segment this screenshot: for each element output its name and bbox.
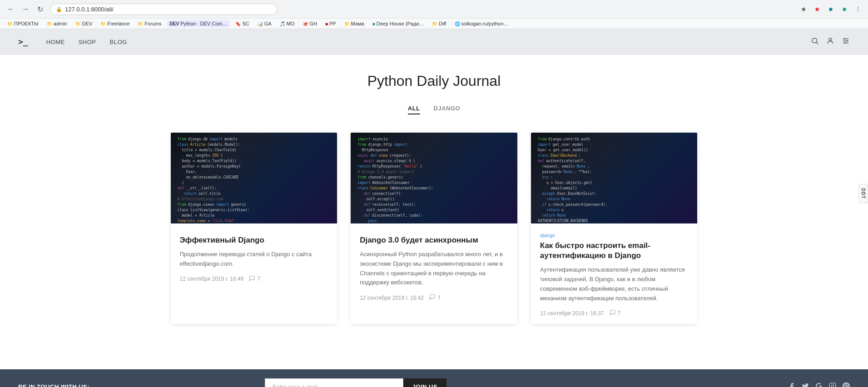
footer-tagline: BE IN TOUCH WITH US: [18, 383, 89, 387]
twitter-link[interactable] [802, 382, 809, 387]
card-1-excerpt: Продолжение перевода статей о Django с с… [180, 250, 328, 269]
bookmark-python-dev[interactable]: DEV Python · DEV Com… [167, 20, 230, 27]
nav-links: HOME SHOP BLOG [46, 38, 127, 46]
card-3-comment-count: 7 [618, 310, 621, 317]
pinterest-link[interactable] [843, 382, 850, 387]
footer-join-button[interactable]: JOIN US [403, 378, 447, 387]
nav-logo[interactable]: >_ [18, 37, 28, 46]
folder-icon: 📁 [344, 21, 350, 26]
bookmark-mama[interactable]: 📁 Мама [342, 20, 367, 27]
card-1-meta: 12 сентября 2019 г. 16:46 7 [180, 275, 328, 283]
menu-icon[interactable]: ⋮ [853, 4, 863, 15]
card-3-excerpt: Аутентификация пользователей уже давно я… [540, 265, 689, 303]
browser-actions: ★ ■ ■ ■ ⋮ [798, 4, 863, 15]
browser-chrome: ← → ↻ 🔒 127.0.0.1:8000/all/ ★ ■ ■ ■ ⋮ 📁 … [0, 0, 868, 29]
nav-home[interactable]: HOME [46, 39, 65, 45]
card-1-body: Эффективный Django Продолжение перевода … [171, 223, 337, 290]
main-content: Python Daily Journal ALL DJANGO fromdjan… [0, 55, 868, 342]
card-2-date: 12 сентября 2019 г. 16:42 [360, 295, 424, 301]
footer-email-input[interactable] [265, 378, 403, 387]
logo-prompt: >_ [18, 37, 28, 46]
card-2[interactable]: importasyncio fromdjango.httpimport Http… [351, 133, 517, 324]
bookmark-proyekty[interactable]: 📁 ПРОЕКТЫ [5, 20, 41, 27]
extension-icon-2[interactable]: ■ [825, 4, 836, 15]
bookmark-deephouse[interactable]: ■ Deep House (Ради… [370, 20, 427, 27]
bookmark-label: Python · DEV Com… [180, 21, 227, 26]
card-1-comment-count: 7 [257, 276, 260, 282]
bookmark-label: admin [54, 21, 67, 26]
facebook-link[interactable] [788, 382, 795, 387]
svg-point-2 [829, 38, 832, 41]
cards-grid: fromdjango.dbimportmodels classArticle(m… [171, 133, 698, 324]
mo-icon: 🎵 [280, 21, 285, 26]
refresh-button[interactable]: ↻ [34, 3, 46, 15]
card-3[interactable]: fromdjango.contrib.auth importget_user_m… [531, 133, 698, 324]
bookmark-bar: 📁 ПРОЕКТЫ 📁 admin 📁 DEV 📁 Freelance 📁 Fo… [0, 18, 868, 29]
bookmark-label: MO [287, 21, 295, 26]
card-2-comment-count: 7 [437, 295, 441, 301]
extension-icon-1[interactable]: ■ [812, 4, 823, 15]
forward-button[interactable]: → [19, 3, 32, 15]
site-footer: BE IN TOUCH WITH US: JOIN US [0, 369, 868, 387]
bookmark-label: SC [242, 21, 249, 26]
sc-icon: 🔖 [235, 21, 241, 26]
card-2-comments: 7 [429, 294, 441, 302]
site-nav: >_ HOME SHOP BLOG [0, 29, 868, 55]
card-1-title: Эффективный Django [180, 235, 328, 245]
bookmark-pp[interactable]: ■ PP [322, 20, 339, 27]
comment-icon [249, 275, 255, 283]
comment-icon [429, 294, 436, 302]
folder-icon: 📁 [432, 21, 437, 26]
bookmark-sc[interactable]: 🔖 SC [233, 20, 252, 27]
card-3-title: Как быстро настроить email-аутентификаци… [540, 241, 689, 261]
bookmark-ga[interactable]: 📊 GA [255, 20, 274, 27]
card-2-excerpt: Асинхронный Python разрабатывался много … [360, 250, 508, 288]
card-1[interactable]: fromdjango.dbimportmodels classArticle(m… [171, 133, 337, 324]
bookmark-mo[interactable]: 🎵 MO [277, 20, 298, 27]
google-link[interactable] [815, 382, 823, 387]
search-icon[interactable] [811, 37, 819, 47]
back-button[interactable]: ← [5, 3, 17, 15]
dev-icon: DEV [170, 21, 179, 26]
side-banner[interactable]: DDT [858, 184, 868, 203]
comment-icon [610, 309, 616, 317]
bookmark-label: GA [264, 21, 272, 26]
bookmark-freelance[interactable]: 📁 Freelance [98, 20, 132, 27]
card-2-image: importasyncio fromdjango.httpimport Http… [351, 133, 517, 223]
bookmark-forums[interactable]: 📁 Forums [135, 20, 164, 27]
bookmark-admin[interactable]: 📁 admin [44, 20, 70, 27]
sliders-icon[interactable] [842, 37, 850, 47]
bookmark-diff[interactable]: 📁 Diff [429, 20, 449, 27]
music-icon: ■ [372, 21, 375, 26]
user-icon[interactable] [826, 37, 834, 47]
folder-icon: 📁 [138, 21, 143, 26]
bookmark-label: solkogan.ru/python… [461, 21, 509, 26]
instagram-link[interactable] [829, 382, 836, 387]
folder-icon: 📁 [47, 21, 52, 26]
filter-all[interactable]: ALL [408, 103, 420, 114]
card-1-date: 12 сентября 2019 г. 16:46 [180, 276, 244, 282]
card-3-date: 12 сентября 2019 г. 16:37 [540, 310, 604, 317]
bookmark-solkogan[interactable]: 🌐 solkogan.ru/python… [452, 20, 511, 27]
folder-icon: 📁 [100, 21, 106, 26]
card-3-meta: 12 сентября 2019 г. 16:37 7 [540, 309, 689, 317]
page-title: Python Daily Journal [171, 73, 698, 89]
bookmark-dev[interactable]: 📁 DEV [73, 20, 95, 27]
nav-blog[interactable]: BLOG [110, 39, 127, 45]
filter-django[interactable]: DJANGO [434, 103, 461, 114]
ga-icon: 📊 [258, 21, 263, 26]
extension-icon-3[interactable]: ■ [839, 4, 850, 15]
card-3-category[interactable]: django [540, 233, 689, 238]
star-icon[interactable]: ★ [798, 4, 809, 15]
lock-icon: 🔒 [56, 6, 62, 12]
address-bar[interactable]: 🔒 127.0.0.1:8000/all/ [50, 4, 277, 15]
nav-shop[interactable]: SHOP [79, 39, 96, 45]
side-banner-text: DDT [861, 188, 866, 199]
card-2-meta: 12 сентября 2019 г. 16:42 7 [360, 294, 508, 302]
svg-line-1 [816, 42, 818, 44]
bookmark-label: Freelance [107, 21, 129, 26]
footer-social [788, 382, 850, 387]
card-3-comments: 7 [610, 309, 621, 317]
bookmark-github[interactable]: 🐙 GH [300, 20, 320, 27]
footer-email-form: JOIN US [265, 378, 446, 387]
